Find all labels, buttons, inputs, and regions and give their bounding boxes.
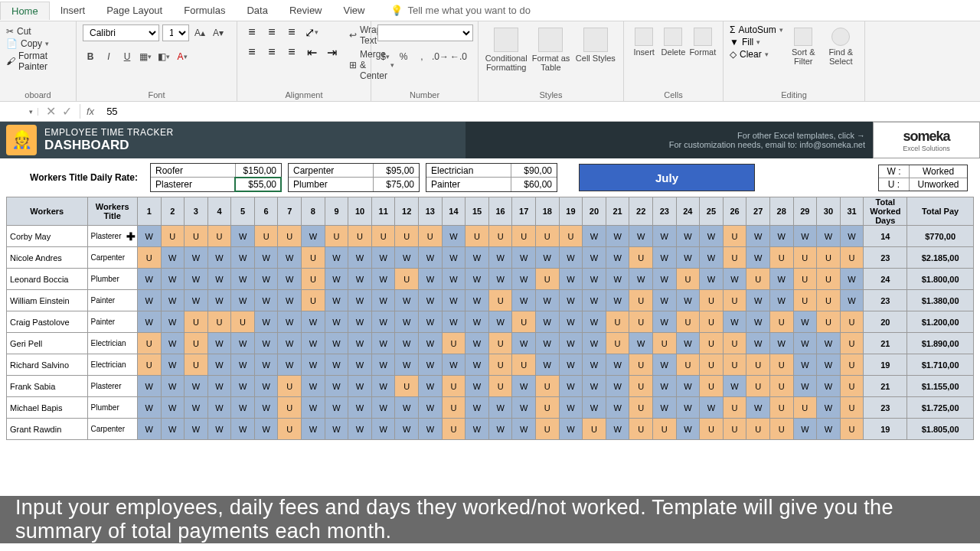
cell-day[interactable]: W — [371, 419, 395, 440]
cell-day[interactable]: W — [652, 311, 676, 333]
rate-name[interactable]: Electrician — [426, 164, 511, 178]
rate-name[interactable]: Plumber — [289, 178, 373, 191]
cell-day[interactable]: W — [512, 397, 536, 419]
cell-day[interactable]: U — [559, 226, 583, 247]
cell-day[interactable]: W — [466, 290, 489, 311]
cell-day[interactable]: W — [840, 290, 864, 311]
cell-day[interactable]: U — [254, 226, 278, 247]
cell-day[interactable]: W — [302, 376, 325, 397]
cell-day[interactable]: W — [817, 226, 841, 247]
cell-day[interactable]: W — [723, 269, 746, 290]
cell-day[interactable]: W — [161, 290, 185, 311]
cell-day[interactable]: W — [746, 397, 770, 419]
cell-day[interactable]: W — [769, 269, 793, 290]
fill-color-button[interactable]: ◧▾ — [156, 49, 172, 64]
percent-button[interactable]: % — [396, 49, 411, 64]
format-cells-button[interactable]: Format — [689, 24, 717, 57]
cell-total-worked[interactable]: 19 — [864, 419, 907, 440]
cell-total-pay[interactable]: $1.380,00 — [907, 290, 974, 311]
cell-day[interactable]: W — [348, 376, 372, 397]
cell-day[interactable]: W — [231, 290, 255, 311]
cell-day[interactable]: W — [137, 419, 161, 440]
cell-day[interactable]: U — [723, 419, 746, 440]
tab-formulas[interactable]: Formulas — [173, 2, 236, 19]
rate-name[interactable]: Plasterer — [151, 178, 235, 191]
cell-day[interactable]: U — [700, 354, 724, 376]
cell-day[interactable]: U — [723, 247, 746, 269]
cell-day[interactable]: W — [652, 269, 676, 290]
cell-worker[interactable]: Michael Bapis — [7, 397, 88, 419]
cut-button[interactable]: ✂ Cut — [6, 26, 70, 37]
find-select-button[interactable]: Find & Select — [824, 24, 858, 66]
cell-day[interactable]: W — [817, 419, 841, 440]
cell-day[interactable]: W — [583, 269, 606, 290]
cell-day[interactable]: U — [629, 419, 653, 440]
format-painter-button[interactable]: 🖌 Format Painter — [6, 51, 70, 72]
cell-worker[interactable]: Craig Pastolove — [7, 311, 88, 333]
cell-total-pay[interactable]: $1.800,00 — [907, 269, 974, 290]
cell-day[interactable]: W — [583, 376, 606, 397]
cell-day[interactable]: W — [302, 311, 325, 333]
cell-day[interactable]: U — [793, 269, 817, 290]
cell-day[interactable]: W — [371, 290, 395, 311]
cell-total-worked[interactable]: 19 — [864, 354, 907, 376]
cell-day[interactable]: W — [325, 247, 348, 269]
cell-day[interactable]: W — [395, 247, 419, 269]
cell-day[interactable]: W — [583, 333, 606, 354]
cell-day[interactable]: W — [419, 376, 443, 397]
increase-indent-button[interactable]: ⇥ — [323, 44, 340, 60]
cell-day[interactable]: W — [395, 419, 419, 440]
cell-day[interactable]: W — [746, 226, 770, 247]
cell-day[interactable]: W — [231, 397, 255, 419]
cell-day[interactable]: W — [512, 419, 536, 440]
cell-day[interactable]: W — [466, 247, 489, 269]
format-as-table-button[interactable]: Format as Table — [529, 24, 572, 72]
cell-day[interactable]: W — [700, 226, 724, 247]
cell-day[interactable]: W — [185, 397, 208, 419]
cell-day[interactable]: U — [488, 376, 512, 397]
cell-day[interactable]: W — [793, 354, 817, 376]
cell-day[interactable]: W — [488, 419, 512, 440]
cell-day[interactable]: W — [207, 376, 231, 397]
cell-day[interactable]: U — [700, 419, 724, 440]
cell-day[interactable]: W — [466, 354, 489, 376]
cell-day[interactable]: W — [652, 226, 676, 247]
cell-total-pay[interactable]: $2.185,00 — [907, 247, 974, 269]
cell-day[interactable]: W — [325, 333, 348, 354]
cell-day[interactable]: W — [161, 376, 185, 397]
cell-day[interactable]: W — [629, 269, 653, 290]
cell-total-worked[interactable]: 23 — [864, 247, 907, 269]
align-center-button[interactable]: ≡ — [263, 44, 280, 60]
cell-day[interactable]: W — [442, 247, 466, 269]
cell-day[interactable]: W — [559, 354, 583, 376]
insert-cells-button[interactable]: Insert — [630, 24, 658, 57]
cell-day[interactable]: W — [371, 247, 395, 269]
cell-title[interactable]: Plasterer✚ — [87, 226, 137, 247]
cell-day[interactable]: U — [746, 419, 770, 440]
cell-day[interactable]: W — [583, 354, 606, 376]
cell-day[interactable]: W — [231, 247, 255, 269]
cell-worker[interactable]: Geri Pell — [7, 333, 88, 354]
cell-day[interactable]: W — [466, 397, 489, 419]
cell-day[interactable]: W — [769, 333, 793, 354]
cell-day[interactable]: U — [536, 376, 560, 397]
cell-day[interactable]: W — [161, 419, 185, 440]
cell-day[interactable]: W — [348, 333, 372, 354]
cell-day[interactable]: W — [254, 290, 278, 311]
cell-day[interactable]: U — [512, 226, 536, 247]
cell-day[interactable]: W — [419, 354, 443, 376]
cell-day[interactable]: U — [583, 419, 606, 440]
cell-total-worked[interactable]: 23 — [864, 290, 907, 311]
cell-title[interactable]: Electrician — [87, 333, 137, 354]
cell-title[interactable]: Plumber — [87, 397, 137, 419]
cell-title[interactable]: Electrician — [87, 354, 137, 376]
cell-day[interactable]: W — [466, 376, 489, 397]
cell-day[interactable]: W — [817, 397, 841, 419]
cell-day[interactable]: W — [746, 290, 770, 311]
cell-day[interactable]: U — [185, 333, 208, 354]
cell-day[interactable]: U — [723, 397, 746, 419]
cell-day[interactable]: U — [302, 290, 325, 311]
rate-value[interactable]: $75,00 — [373, 178, 419, 191]
cell-day[interactable]: W — [185, 247, 208, 269]
cell-day[interactable]: W — [254, 376, 278, 397]
